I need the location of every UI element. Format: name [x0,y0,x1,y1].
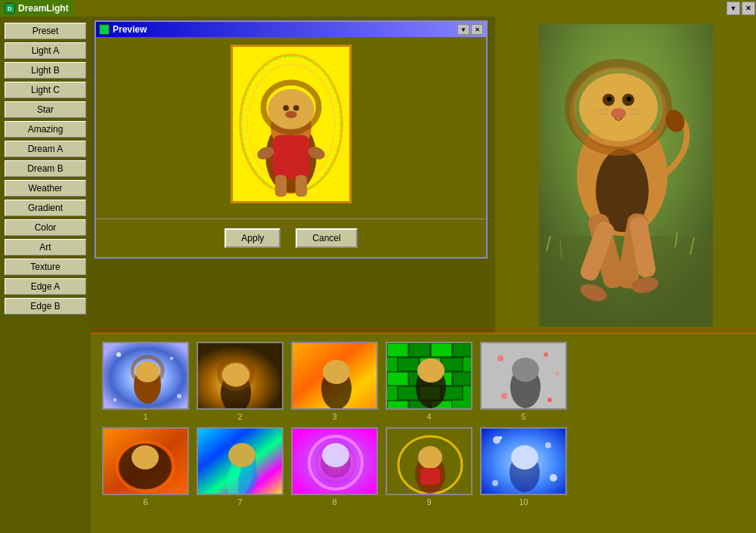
svg-point-108 [492,480,498,486]
thumbnail-10[interactable]: 10 [480,427,567,507]
svg-point-44 [116,352,121,357]
app-title-bar: D DreamLight [0,0,73,17]
main-close-button[interactable]: ✕ [742,2,755,15]
thumbnail-7-image[interactable] [197,427,284,495]
thumbnails-row-2: 6 [102,427,745,507]
svg-point-82 [555,371,559,376]
preview-title-text: Preview [113,24,457,35]
main-window-controls[interactable]: ▼ ✕ [726,0,756,17]
thumbnail-3[interactable]: 3 [291,342,378,421]
preview-close-button[interactable]: ✕ [471,24,483,35]
sidebar-btn-light-b[interactable]: Light B [5,62,86,79]
svg-point-24 [579,73,658,141]
thumbnail-6-label: 6 [143,497,147,507]
thumbnail-5-image[interactable] [480,342,567,410]
preview-effect-image [233,45,349,203]
svg-point-84 [547,398,552,402]
svg-rect-63 [398,358,419,371]
thumbnail-8-label: 8 [332,497,336,507]
preview-window-icon [99,24,110,35]
main-image-area [495,17,756,333]
thumbnail-2-label: 2 [237,412,242,421]
svg-rect-62 [453,343,472,357]
svg-point-80 [497,355,503,361]
thumbnail-4-image[interactable] [386,342,472,410]
thumb-10-svg [482,429,567,495]
svg-point-49 [135,361,160,383]
sidebar-btn-edge-a[interactable]: Edge A [5,278,86,295]
thumbnail-8[interactable]: 8 [291,427,378,507]
sidebar-btn-light-c[interactable]: Light C [5,82,86,98]
app-icon: D [5,3,15,14]
svg-point-45 [170,357,173,360]
svg-rect-12 [275,175,287,197]
sidebar-btn-dream-a[interactable]: Dream A [5,141,86,157]
thumbnail-1-image[interactable] [102,342,189,410]
svg-rect-61 [431,343,452,357]
apply-button[interactable]: Apply [225,228,280,248]
thumbnail-8-image[interactable] [291,427,378,495]
thumb-5-svg [482,343,567,410]
sidebar-btn-dream-b[interactable]: Dream B [5,160,86,177]
preview-section: Preview ▼ ✕ [91,17,495,333]
thumbnail-9[interactable]: 9 [386,427,472,507]
thumbnail-5-label: 5 [521,412,525,421]
sidebar-btn-color[interactable]: Color [5,219,86,236]
svg-point-8 [283,105,289,111]
preview-content [96,37,486,218]
preview-minimize-button[interactable]: ▼ [457,24,469,35]
thumbnails-area: 1 [91,334,756,520]
thumbnail-2[interactable]: 2 [197,342,284,421]
svg-point-10 [285,111,296,119]
main-layout: Preset Light A Light B Light C Star Amaz… [0,17,756,533]
sidebar-btn-edge-b[interactable]: Edge B [5,298,86,315]
cancel-button[interactable]: Cancel [296,228,357,248]
preview-title-bar: Preview ▼ ✕ [96,22,486,37]
thumbnail-6[interactable]: 6 [102,427,189,507]
svg-point-57 [323,360,350,384]
thumbnails-row-1: 1 [102,342,745,421]
thumbnail-1-label: 1 [143,412,147,421]
sidebar-btn-gradient[interactable]: Gradient [5,200,86,216]
main-lion-image [539,24,713,327]
svg-point-47 [113,398,116,401]
main-minimize-button[interactable]: ▼ [727,2,740,15]
sidebar-btn-amazing[interactable]: Amazing [5,121,86,138]
svg-point-46 [177,394,181,398]
sidebar-btn-art[interactable]: Art [5,239,86,256]
sidebar-btn-star[interactable]: Star [5,101,86,118]
sidebar-btn-light-a[interactable]: Light A [5,42,86,59]
thumbnail-6-image[interactable] [102,427,189,495]
sidebar-btn-preset[interactable]: Preset [5,23,86,39]
svg-point-101 [418,446,442,469]
thumbnail-9-image[interactable] [386,427,472,495]
svg-point-81 [544,352,548,357]
thumbnail-2-image[interactable] [197,342,284,410]
thumb-2-svg [198,343,284,410]
svg-point-9 [293,105,299,111]
svg-rect-59 [387,343,408,357]
thumb-6-svg [104,429,189,495]
svg-rect-13 [296,175,307,197]
svg-rect-66 [387,372,408,386]
thumbnail-3-image[interactable] [291,342,378,410]
preview-image-frame [231,45,352,203]
sidebar: Preset Light A Light B Light C Star Amaz… [0,17,91,533]
thumbnail-4[interactable]: 4 [386,342,472,421]
preview-bottom-bar: Apply Cancel [96,218,486,257]
app-title: DreamLight [18,3,69,14]
sidebar-btn-weather[interactable]: Weather [5,180,86,197]
svg-rect-70 [398,386,419,400]
thumbnail-5[interactable]: 5 [480,342,567,421]
svg-rect-69 [453,372,472,386]
svg-rect-65 [442,358,463,371]
sidebar-btn-texture[interactable]: Texture [5,259,86,275]
preview-win-controls[interactable]: ▼ ✕ [457,24,483,35]
thumbnail-7[interactable]: 7 [197,427,284,507]
content-area: Preview ▼ ✕ [91,17,756,533]
thumbnail-1[interactable]: 1 [102,342,189,421]
svg-point-107 [550,474,557,482]
thumbnail-10-image[interactable] [480,427,567,495]
svg-point-77 [417,358,445,383]
thumbnail-7-label: 7 [237,497,242,507]
